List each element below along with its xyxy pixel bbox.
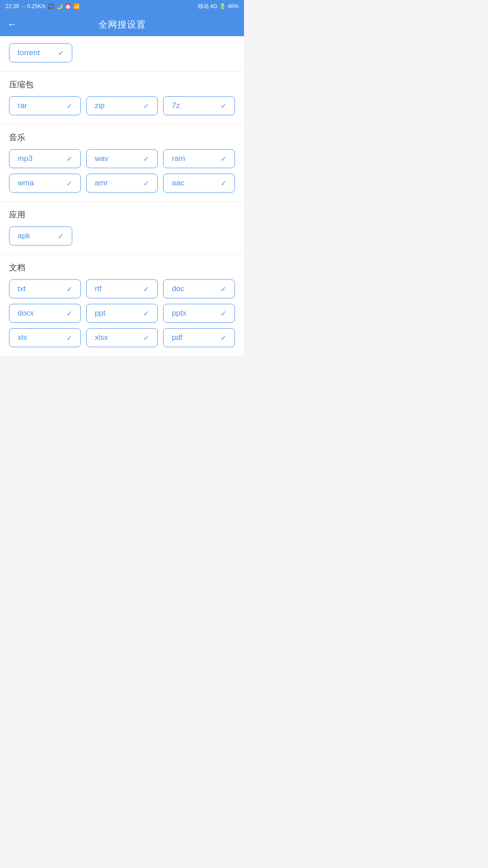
moon-icon: 🌙 (56, 3, 63, 9)
alarm-icon: ⏰ (65, 3, 71, 9)
status-right: 移动 4G 🔋 46% (198, 3, 239, 10)
tag-rar[interactable]: rar✓ (9, 96, 81, 115)
section-document: 文档txt✓rtf✓doc✓docx✓ppt✓pptx✓xls✓xlsx✓pdf… (0, 255, 244, 357)
section-archive: 压缩包rar✓zip✓7z✓ (0, 72, 244, 125)
status-bar: 22:39 ··· 0.25K/s 🎧 🌙 ⏰ 📶 移动 4G 🔋 46% (0, 0, 244, 13)
tag-txt[interactable]: txt✓ (9, 279, 81, 298)
tag-grid-document: txt✓rtf✓doc✓docx✓ppt✓pptx✓xls✓xlsx✓pdf✓ (9, 279, 235, 347)
tag-label-apk: apk (18, 231, 30, 241)
carrier-label: 移动 4G (198, 3, 217, 10)
section-app: 应用apk✓ (0, 202, 244, 255)
tag-check-ram: ✓ (221, 155, 226, 163)
tag-grid-archive: rar✓zip✓7z✓ (9, 96, 235, 115)
tag-check-amr: ✓ (143, 179, 149, 188)
tag-label-txt: txt (18, 284, 26, 293)
tag-mp3[interactable]: mp3✓ (9, 149, 81, 168)
app-header: ← 全网搜设置 (0, 13, 244, 36)
tag-docx[interactable]: docx✓ (9, 304, 81, 323)
tag-check-ppt: ✓ (143, 309, 149, 318)
tag-label-7z: 7z (172, 101, 180, 110)
section-music: 音乐mp3✓wav✓ram✓wma✓amr✓aac✓ (0, 125, 244, 202)
tag-wma[interactable]: wma✓ (9, 174, 81, 193)
tag-check-7z: ✓ (221, 102, 226, 110)
tag-grid-app: apk✓ (9, 226, 122, 245)
tag-check-torrent: ✓ (58, 49, 64, 57)
tag-xlsx[interactable]: xlsx✓ (86, 328, 158, 347)
tag-rtf[interactable]: rtf✓ (86, 279, 158, 298)
tag-label-zip: zip (95, 101, 105, 110)
tag-apk[interactable]: apk✓ (9, 226, 72, 245)
tag-xls[interactable]: xls✓ (9, 328, 81, 347)
tag-doc[interactable]: doc✓ (163, 279, 235, 298)
tag-label-xlsx: xlsx (95, 333, 108, 342)
tag-label-xls: xls (18, 333, 27, 342)
back-icon: ← (7, 19, 17, 30)
tag-check-aac: ✓ (221, 179, 226, 188)
section-title-music: 音乐 (9, 132, 235, 143)
section-torrent: torrent✓ (0, 36, 244, 72)
tag-label-pptx: pptx (172, 309, 186, 318)
tag-check-pdf: ✓ (221, 334, 226, 342)
tag-wav[interactable]: wav✓ (86, 149, 158, 168)
tag-check-pptx: ✓ (221, 309, 226, 318)
tag-7z[interactable]: 7z✓ (163, 96, 235, 115)
tag-grid-torrent: torrent✓ (9, 43, 122, 62)
tag-check-docx: ✓ (66, 309, 72, 318)
tag-check-mp3: ✓ (66, 155, 72, 163)
section-title-archive: 压缩包 (9, 79, 235, 90)
tag-check-rtf: ✓ (143, 285, 149, 293)
tag-label-rtf: rtf (95, 284, 102, 293)
tag-check-txt: ✓ (66, 285, 72, 293)
tag-ppt[interactable]: ppt✓ (86, 304, 158, 323)
tag-label-ram: ram (172, 154, 185, 163)
tag-label-wma: wma (18, 179, 34, 188)
tag-check-wav: ✓ (143, 155, 149, 163)
tag-check-apk: ✓ (58, 232, 64, 241)
wifi-icon: 📶 (73, 3, 80, 9)
tag-label-mp3: mp3 (18, 154, 33, 163)
tag-label-docx: docx (18, 309, 34, 318)
headphone-icon: 🎧 (47, 3, 54, 9)
battery-level: 46% (228, 3, 239, 9)
tag-grid-music: mp3✓wav✓ram✓wma✓amr✓aac✓ (9, 149, 235, 193)
tag-check-doc: ✓ (221, 285, 226, 293)
tag-label-doc: doc (172, 284, 184, 293)
tag-label-rar: rar (18, 101, 27, 110)
tag-label-pdf: pdf (172, 333, 183, 342)
section-title-document: 文档 (9, 262, 235, 273)
status-left: 22:39 ··· 0.25K/s 🎧 🌙 ⏰ 📶 (5, 3, 80, 9)
tag-torrent[interactable]: torrent✓ (9, 43, 72, 62)
tag-label-aac: aac (172, 179, 184, 188)
tag-label-wav: wav (95, 154, 108, 163)
tag-aac[interactable]: aac✓ (163, 174, 235, 193)
tag-amr[interactable]: amr✓ (86, 174, 158, 193)
status-time: 22:39 (5, 3, 19, 9)
tag-check-wma: ✓ (66, 179, 72, 188)
tag-pdf[interactable]: pdf✓ (163, 328, 235, 347)
tag-label-ppt: ppt (95, 309, 106, 318)
tag-check-rar: ✓ (66, 102, 72, 110)
tag-label-amr: amr (95, 179, 108, 188)
tag-pptx[interactable]: pptx✓ (163, 304, 235, 323)
section-title-app: 应用 (9, 209, 235, 220)
back-button[interactable]: ← (7, 19, 17, 30)
tag-check-xlsx: ✓ (143, 334, 149, 342)
tag-check-zip: ✓ (143, 102, 149, 110)
tag-check-xls: ✓ (66, 334, 72, 342)
status-signal-dots: ··· (21, 3, 25, 9)
battery-icon: 🔋 (219, 3, 226, 9)
status-speed: 0.25K/s (27, 3, 46, 9)
page-title: 全网搜设置 (99, 19, 146, 31)
main-content: torrent✓压缩包rar✓zip✓7z✓音乐mp3✓wav✓ram✓wma✓… (0, 36, 244, 357)
tag-zip[interactable]: zip✓ (86, 96, 158, 115)
tag-label-torrent: torrent (18, 48, 40, 57)
tag-ram[interactable]: ram✓ (163, 149, 235, 168)
